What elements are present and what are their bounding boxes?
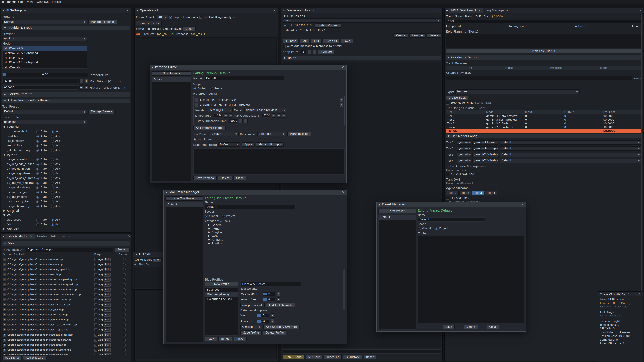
apply-button[interactable]: Apply	[242, 142, 254, 147]
update-commit-button[interactable]: Update Commit	[315, 23, 341, 28]
category-row[interactable]: ▶General	[205, 223, 345, 227]
agg-checkbox[interactable]	[94, 298, 97, 301]
save-button[interactable]: Save	[205, 337, 217, 341]
slider-grab[interactable]	[3, 73, 6, 76]
full-button[interactable]: Full	[104, 313, 110, 317]
full-button[interactable]: Full	[104, 273, 110, 277]
minus-button[interactable]: −	[239, 119, 242, 123]
plus-button[interactable]: +	[312, 50, 316, 54]
ask-radio[interactable]	[51, 130, 54, 133]
collapse-icon[interactable]: ▼	[445, 9, 449, 12]
tool-group-header[interactable]: ▼Python	[2, 153, 130, 157]
add-files-button[interactable]: Add File(s)	[2, 356, 22, 360]
save-persona-button[interactable]: Save Persona	[193, 176, 217, 180]
provider-dropdown[interactable]: gemini_cli▼	[208, 108, 232, 112]
remove-file-button[interactable]: x	[2, 338, 6, 342]
full-button[interactable]: Full	[104, 353, 110, 355]
tab-mma-dashboard[interactable]: MMA Dashboard ×	[449, 8, 484, 13]
agg-checkbox[interactable]	[94, 303, 97, 306]
category-row[interactable]: ▶Web	[205, 234, 345, 238]
full-button[interactable]: Full	[104, 288, 110, 292]
full-button[interactable]: Full	[104, 268, 110, 272]
stream-tab-tier1[interactable]: Tier 1	[446, 191, 458, 195]
full-button[interactable]: Full	[104, 308, 110, 312]
bias-profile-dropdown[interactable]: Balanced ▼	[2, 120, 87, 124]
minimize-icon[interactable]: ─	[621, 0, 625, 4]
tool-group-header[interactable]: ▼Web	[2, 213, 130, 218]
save-button[interactable]: Save	[443, 325, 455, 329]
auto-radio[interactable]	[36, 149, 39, 152]
profile-name-input[interactable]: Discovery-Heavy	[240, 282, 301, 286]
keep-pairs-input[interactable]: 2	[301, 50, 306, 54]
cache-radio[interactable]	[122, 308, 126, 311]
tier3-provider-dropdown[interactable]: gemini▼	[457, 152, 471, 157]
tool-preset-dropdown[interactable]: Default▼	[210, 132, 239, 136]
remove-model-button[interactable]: −	[194, 98, 198, 102]
cache-radio[interactable]	[122, 324, 126, 327]
system-prompts-section[interactable]: ▶ System Prompts	[2, 92, 130, 96]
new-preset-button[interactable]: New Preset	[378, 209, 416, 213]
model-option[interactable]: MiniMax-M2.5-highspeed	[3, 51, 86, 56]
close-icon[interactable]: ×	[437, 9, 441, 12]
plus-button[interactable]: +	[282, 113, 286, 118]
manage-tools-button[interactable]: Manage Tools	[287, 132, 311, 136]
auto-radio[interactable]	[36, 205, 39, 208]
truncate-button[interactable]: Truncate	[318, 50, 334, 54]
load-preset-dropdown[interactable]: Default▼	[218, 142, 240, 147]
model-option[interactable]: MiniMax-M2.1-highspeed	[3, 60, 86, 65]
cache-radio[interactable]	[122, 273, 126, 276]
ask-radio[interactable]	[51, 158, 54, 161]
pop-out-usage-analytics-checkbox[interactable]	[199, 16, 202, 19]
full-button[interactable]: Full	[104, 348, 110, 352]
tier4-provider-dropdown[interactable]: gemini▼	[457, 159, 471, 163]
model-option[interactable]: MiniMax-M2	[3, 65, 86, 69]
cache-radio[interactable]	[122, 293, 126, 296]
remove-file-button[interactable]: x	[2, 263, 6, 267]
close-icon[interactable]: ×	[478, 9, 482, 13]
close-icon[interactable]: ×	[29, 235, 33, 239]
agg-checkbox[interactable]	[94, 344, 97, 347]
tier3-preset-dropdown[interactable]: Default▼	[500, 152, 641, 157]
close-button[interactable]: Close	[234, 337, 246, 341]
agg-checkbox[interactable]	[94, 288, 97, 291]
tier1-provider-dropdown[interactable]: gemini▼	[457, 140, 471, 145]
collapse-icon[interactable]: ▼	[378, 203, 380, 206]
full-button[interactable]: Full	[104, 283, 110, 287]
agg-checkbox[interactable]	[94, 268, 97, 271]
category-row[interactable]: ▶Analysis	[205, 238, 345, 242]
tab-theme[interactable]: Theme	[58, 234, 72, 239]
delete-model-icon[interactable]: ×	[340, 98, 344, 102]
stream-tab-tier2[interactable]: Tier 2	[459, 191, 471, 195]
profile-list-item[interactable]: Balanced	[205, 288, 238, 292]
gen-send-button[interactable]: Gen + Send	[283, 355, 304, 359]
discussion-dropdown[interactable]: main ▼	[283, 18, 441, 23]
delete-button[interactable]: Delete	[427, 33, 441, 37]
md-only-button[interactable]: MD Only	[306, 355, 322, 359]
browse-button[interactable]: Browse	[115, 248, 130, 252]
tool-group-header[interactable]: ▶Runtime	[2, 231, 130, 232]
remove-file-button[interactable]: x	[2, 333, 6, 337]
tier3-model-dropdown[interactable]: gemini-2.5-flash▼	[472, 152, 498, 157]
name-input[interactable]: Default	[204, 76, 284, 81]
focus-agent-dropdown[interactable]: All ▼	[157, 15, 168, 19]
menu-windows[interactable]: Windows	[37, 0, 49, 4]
category-row[interactable]: ▶Python	[205, 227, 345, 231]
stream-tab-tier4[interactable]: Tier 4	[485, 191, 497, 195]
auto-radio[interactable]	[36, 191, 39, 194]
remove-file-button[interactable]: x	[2, 343, 6, 347]
manage-presets-button[interactable]: Manage Presets	[88, 110, 115, 114]
cache-radio[interactable]	[122, 298, 126, 301]
auto-radio[interactable]	[36, 200, 39, 203]
system-prompt-textarea[interactable]	[193, 148, 345, 175]
close-button[interactable]: Close	[486, 325, 499, 329]
auto-radio[interactable]	[36, 158, 39, 161]
agg-checkbox[interactable]	[94, 313, 97, 317]
plus-button[interactable]: +	[84, 86, 88, 90]
agg-checkbox[interactable]	[94, 324, 97, 327]
menu-icon[interactable]: ≡	[24, 9, 27, 12]
model-option[interactable]: MiniMax-M2.1	[3, 56, 86, 60]
add-tool-override-button[interactable]: Add Tool Override	[266, 303, 295, 307]
save-button[interactable]: Save	[341, 39, 353, 43]
minus-button[interactable]: −	[224, 113, 228, 118]
cache-radio[interactable]	[122, 283, 126, 286]
